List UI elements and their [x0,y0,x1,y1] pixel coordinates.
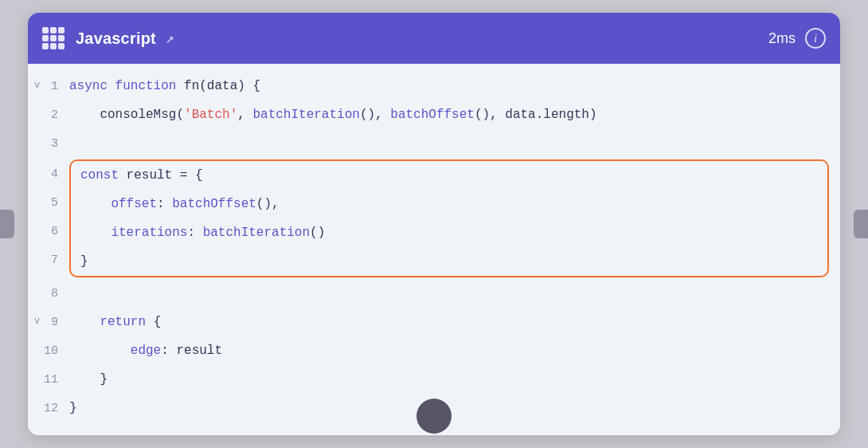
code-line-10: 10 edge: result [28,336,840,365]
code-line-7-content: } [80,247,818,276]
highlighted-line-numbers: 4 5 6 7 [28,159,69,277]
code-content-9: return { [69,308,827,336]
code-content-2: consoleMsg('Batch', batchIteration(), ba… [69,100,827,129]
info-icon[interactable]: i [805,28,826,49]
code-line-3: 3 [28,129,840,158]
outer-background: Javascript ↗ 2ms i v 1 async function fn… [0,0,868,448]
line-num-10: 10 [28,344,69,358]
code-content-1: async function fn(data) { [69,72,827,100]
code-line-1: v 1 async function fn(data) { [28,72,840,100]
expand-icon[interactable]: ↗ [166,29,174,47]
line-num-8: 8 [28,287,69,301]
code-line-9: v 9 return { [28,308,840,336]
line-num-5: 5 [28,188,69,217]
scroll-indicator[interactable] [416,399,452,434]
line-num-4: 4 [28,159,69,188]
left-handle[interactable] [0,210,14,238]
grid-icon [42,27,65,49]
chevron-1: v [34,80,40,91]
timing-label: 2ms [768,30,796,47]
line-num-1: v 1 [28,80,69,93]
chevron-9: v [34,316,40,327]
panel-title: Javascript [76,29,156,48]
code-content-11: } [69,365,827,394]
right-handle[interactable] [854,210,868,238]
highlight-border: const result = { offset: batchOffset(), … [69,159,829,277]
code-line-2: 2 consoleMsg('Batch', batchIteration(), … [28,100,840,129]
line-num-7: 7 [28,246,69,274]
code-area: v 1 async function fn(data) { 2 consoleM… [28,64,840,435]
code-line-4-content: const result = { [80,161,818,190]
line-num-2: 2 [28,108,69,122]
line-num-3: 3 [28,137,69,151]
panel-header: Javascript ↗ 2ms i [28,13,840,64]
code-panel: Javascript ↗ 2ms i v 1 async function fn… [28,13,840,435]
line-num-9: v 9 [28,316,69,329]
code-content-8 [69,279,827,308]
line-num-12: 12 [28,402,69,415]
line-num-6: 6 [28,217,69,246]
code-line-8: 8 [28,279,840,308]
line-num-11: 11 [28,373,69,387]
code-content-3 [69,129,827,158]
code-line-5-content: offset: batchOffset(), [80,190,818,218]
code-line-11: 11 } [28,365,840,394]
highlighted-block: 4 5 6 7 const result = { offset: batchOf… [28,159,829,277]
code-content-10: edge: result [69,336,827,365]
code-line-6-content: iterations: batchIteration() [80,218,818,247]
